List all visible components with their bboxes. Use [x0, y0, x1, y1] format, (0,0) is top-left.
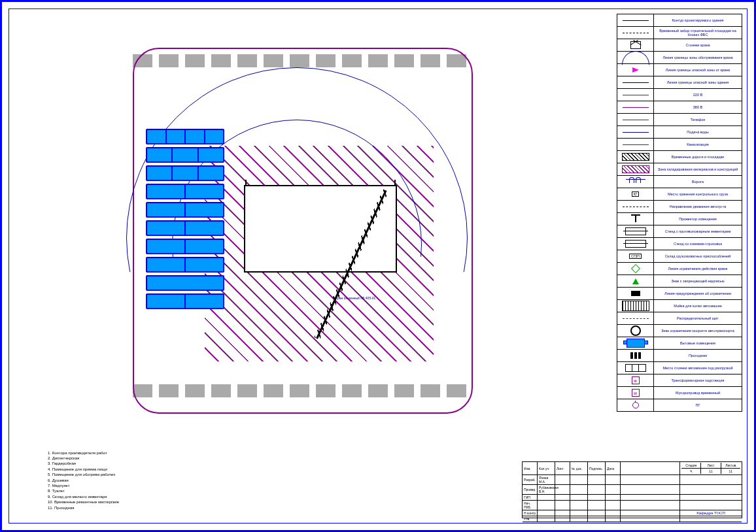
title-row: Разраб.Язина М.А. [523, 475, 742, 485]
legend-row: Временные дороги и площадки [617, 151, 742, 163]
legend-label: Стоянки крана [654, 39, 742, 51]
note-item: 2. Диспетчерская [48, 456, 119, 461]
legend-row: ⊠Мусоропровод временный [617, 387, 742, 399]
legend-row: Направление движения автотр-та [617, 201, 742, 213]
legend-symbol [617, 163, 654, 175]
legend-label: Линия ограничения действия крана [654, 263, 742, 274]
legend-label: Трансформаторная подстанция [654, 374, 742, 386]
legend-row: Линия ограничения действия крана [617, 263, 742, 275]
note-item: 7. Медпункт [48, 483, 119, 488]
legend-label: Ворота [654, 176, 742, 188]
title-row: Нач. ПКБ. [523, 501, 742, 510]
legend-symbol [617, 325, 654, 337]
legend-symbol [617, 176, 654, 188]
note-item: 11. Проходная [48, 505, 119, 510]
legend-row: Распределительный щит [617, 312, 742, 325]
legend-label: Линия границы опасной зоны от крана [654, 64, 742, 76]
title-row: Провер.Рубановская В.Н. [523, 485, 742, 495]
legend-row: Стоянки крана [617, 39, 742, 52]
legend-label: Место стоянки автомашин под разгрузкой [654, 362, 742, 374]
legend-symbol [617, 312, 654, 324]
legend-symbol [617, 225, 654, 237]
legend-symbol [617, 89, 654, 101]
note-item: 3. Гардеробная [48, 461, 119, 466]
legend-symbol [617, 101, 654, 113]
legend-row: КГМесто хранения контрольного груза [617, 188, 742, 201]
legend-label: 380 В [654, 101, 742, 113]
note-item: 8. Туалет [48, 488, 119, 493]
legend-row: Канализация [617, 139, 742, 151]
legend-label: Канализация [654, 139, 742, 150]
legend-row: Зона складирования материалов и конструк… [617, 163, 742, 176]
legend-row: Временный забор строительной площадки на… [617, 27, 742, 39]
legend-symbol [617, 201, 654, 212]
legend-label: Мойка для колес автомашин [654, 300, 742, 312]
legend-label: Временные дороги и площадки [654, 151, 742, 163]
legend-label: Стенд со схемами строповок [654, 238, 742, 250]
hdr-izm: Изм. [523, 462, 538, 474]
legend-symbol [617, 139, 654, 150]
legend-symbol: ⊠ [617, 387, 654, 399]
legend-label: Линия границы зоны обслуживания крана [654, 52, 742, 63]
legend-symbol [617, 39, 654, 51]
legend-symbol [617, 64, 654, 76]
legend-symbol [617, 362, 654, 374]
legend-row: Проходная [617, 350, 742, 362]
legend-symbol [617, 263, 654, 274]
legend-symbol [617, 337, 654, 349]
hdr-list: Лист [555, 462, 570, 474]
legend-label: Телефон [654, 114, 742, 125]
legend-row: Линия границы зоны обслуживания крана [617, 52, 742, 64]
legend-row: Линия границы опасной зоны от крана [617, 64, 742, 76]
legend-label: Бытовые помещения [654, 337, 742, 349]
legend-row: Линия предупреждения об ограничении [617, 288, 742, 300]
legend-row: Место стоянки автомашин под разгрузкой [617, 362, 742, 374]
legend-label: Зона складирования материалов и конструк… [654, 163, 742, 175]
legend-label: Знак с запрещающей надписью [654, 275, 742, 287]
legend-row: Подача воды [617, 126, 742, 139]
drawing-sheet: Кран башенный КБ 405-01 1. Контора произ… [0, 0, 756, 532]
legend-label: Линия предупреждения об ограничении [654, 288, 742, 299]
title-row: ГИП [523, 495, 742, 501]
note-item: 10. Временные ремонтные мастерские [48, 499, 119, 505]
legend-symbol [617, 213, 654, 225]
legend-symbol: ⊗ [617, 374, 654, 386]
legend-symbol: СГЗП [617, 250, 654, 262]
legend-label: Направление движения автотр-та [654, 201, 742, 212]
hdr-koluch: Кол.уч. [538, 462, 555, 474]
hdr-data: Дата [606, 462, 621, 474]
legend-symbol [617, 14, 654, 26]
legend-row: Контур проектируемого здания [617, 14, 742, 27]
legend-symbol [617, 399, 654, 411]
building-outline [244, 185, 397, 273]
legend-label: Знак ограничения скорости автотранспорта [654, 325, 742, 337]
legend-label: Подача воды [654, 126, 742, 138]
legend-symbol [617, 114, 654, 125]
legend-row: Бытовые помещения [617, 337, 742, 350]
hdr-ndok: № док. [570, 462, 588, 474]
legend-label: Временный забор строительной площадки на… [654, 27, 742, 39]
legend-symbol [617, 126, 654, 138]
title-row: Утв. [523, 516, 742, 522]
legend-label: Контур проектируемого здания [654, 14, 742, 26]
legend-symbol [617, 350, 654, 361]
legend-row: Стенд со схемами строповок [617, 238, 742, 250]
notes-list: 1. Контора производителя работ2. Диспетч… [48, 450, 119, 510]
legend-row: Прожектор освещения [617, 213, 742, 225]
legend-label: 220 В [654, 89, 742, 101]
legend-row: Знак с запрещающей надписью [617, 275, 742, 288]
legend-label: Склад грузозахватных приспособлений [654, 250, 742, 262]
legend-label: Линия границы опасной зоны здания [654, 76, 742, 88]
legend-label: Распределительный щит [654, 312, 742, 324]
legend-row: Линия границы опасной зоны здания [617, 76, 742, 89]
note-item: 1. Контора производителя работ [48, 450, 119, 456]
legend-symbol [617, 76, 654, 88]
legend-row: 380 В [617, 101, 742, 114]
legend-row: ПГ [617, 399, 742, 411]
legend-symbol [617, 151, 654, 163]
legend-symbol [617, 275, 654, 287]
legend-symbol [617, 52, 654, 63]
legend-row: Знак ограничения скорости автотранспорта [617, 325, 742, 337]
legend-label: Проходная [654, 350, 742, 361]
note-item: 9. Склад для мелкого инвентаря [48, 494, 119, 499]
